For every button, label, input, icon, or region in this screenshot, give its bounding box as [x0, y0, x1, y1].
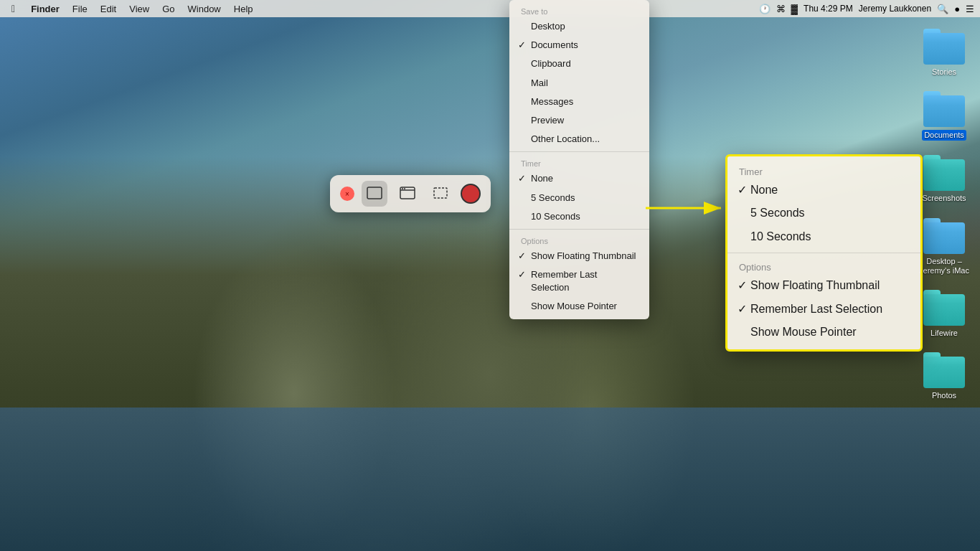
toolbar-close-button[interactable]: × [340, 187, 354, 201]
menu-item-preview[interactable]: Preview [509, 111, 649, 130]
wifi-icon[interactable]: ⌘ [776, 4, 786, 14]
menubar-left:  Finder File Edit View Go Window Help [6, 1, 259, 16]
show-mouse-pointer-label: Show Mouse Pointer [531, 301, 617, 311]
desktop-icon-screenshots[interactable]: Screenshots [915, 155, 973, 203]
desktop-icon-stories[interactable]: Stories [915, 29, 973, 77]
zoom-show-mouse-pointer-label: Show Mouse Pointer [750, 326, 857, 338]
toolbar-selection-button[interactable] [428, 181, 453, 207]
desktop-icon-desktop[interactable]: Desktop – Jeremy's iMac [915, 218, 973, 276]
notification-icon[interactable]: ☰ [966, 4, 974, 14]
desktop-icon-photos[interactable]: Photos [915, 352, 973, 400]
zoom-item-none[interactable]: None [727, 179, 920, 202]
selection-icon [433, 187, 448, 202]
zoom-none-label: None [750, 184, 778, 196]
zoom-10seconds-label: 10 Seconds [750, 230, 811, 242]
toolbar-record-button[interactable] [461, 184, 481, 204]
search-icon[interactable]: 🔍 [937, 4, 948, 14]
zoom-item-remember-selection[interactable]: Remember Last Selection [727, 298, 920, 321]
desktop-icon-lifewire[interactable]: Lifewire [915, 290, 973, 338]
zoom-item-10seconds[interactable]: 10 Seconds [727, 225, 920, 248]
folder-body-lifewire [923, 294, 965, 326]
zoom-divider [727, 253, 920, 253]
zoom-timer-header: Timer [727, 162, 920, 179]
folder-body-photos [923, 357, 965, 388]
svg-rect-0 [367, 187, 382, 199]
folder-icon-desktop [923, 218, 965, 254]
water-background [0, 408, 980, 551]
folder-icon-stories [923, 29, 965, 65]
toolbar-fullscreen-button[interactable] [362, 181, 387, 207]
menubar-datetime: Thu 4:29 PM [804, 4, 853, 14]
messages-label: Messages [531, 96, 573, 107]
menu-item-documents[interactable]: Documents [509, 36, 649, 55]
menu-item-floating-thumbnail[interactable]: Show Floating Thumbnail [509, 247, 649, 265]
screenshot-toolbar: × [330, 175, 491, 212]
icon-label-desktop: Desktop – Jeremy's iMac [915, 257, 973, 276]
10seconds-label: 10 Seconds [531, 211, 580, 222]
folder-body-documents [923, 95, 965, 127]
menubar-edit[interactable]: Edit [95, 2, 122, 16]
desktop-icon-documents[interactable]: Documents [915, 91, 973, 141]
clock-icon: 🕐 [759, 4, 771, 14]
zoom-options-header: Options [727, 258, 920, 274]
documents-label: Documents [531, 39, 578, 50]
folder-icon-documents [923, 91, 965, 127]
menu-item-show-mouse-pointer[interactable]: Show Mouse Pointer [509, 297, 649, 316]
menu-item-messages[interactable]: Messages [509, 93, 649, 111]
close-icon: × [345, 190, 349, 198]
folder-icon-photos [923, 352, 965, 388]
folder-icon-screenshots [923, 155, 965, 191]
window-icon [400, 187, 415, 202]
icon-label-screenshots: Screenshots [922, 194, 966, 203]
fullscreen-icon [367, 187, 382, 202]
menu-item-5seconds[interactable]: 5 Seconds [509, 189, 649, 207]
divider-1 [509, 151, 649, 152]
zoom-5seconds-label: 5 Seconds [750, 207, 805, 219]
other-location-label: Other Location... [531, 133, 600, 144]
folder-body-screenshots [923, 159, 965, 191]
folder-body [923, 33, 965, 65]
preview-label: Preview [531, 115, 564, 126]
desktop-label: Desktop [531, 21, 565, 32]
menubar-help[interactable]: Help [228, 2, 259, 16]
zoom-item-5seconds[interactable]: 5 Seconds [727, 202, 920, 225]
remember-selection-label: Remember Last Selection [531, 269, 597, 293]
timer-header: Timer [509, 155, 649, 169]
mail-label: Mail [531, 77, 548, 88]
menu-item-other-location[interactable]: Other Location... [509, 130, 649, 149]
zoom-item-floating-thumbnail[interactable]: Show Floating Thumbnail [727, 274, 920, 297]
menu-item-mail[interactable]: Mail [509, 74, 649, 93]
divider-2 [509, 229, 649, 230]
svg-point-4 [404, 188, 405, 189]
none-label: None [531, 173, 553, 184]
icon-label-photos: Photos [932, 391, 956, 400]
svg-point-3 [402, 188, 403, 189]
5seconds-label: 5 Seconds [531, 192, 575, 203]
main-dropdown: Save to Desktop Documents Clipboard Mail… [509, 0, 649, 319]
icon-label-lifewire: Lifewire [930, 329, 958, 338]
menu-item-none[interactable]: None [509, 169, 649, 188]
menubar-view[interactable]: View [123, 2, 155, 16]
menu-item-desktop[interactable]: Desktop [509, 17, 649, 36]
menu-item-remember-selection[interactable]: Remember Last Selection [509, 265, 649, 297]
toolbar-window-button[interactable] [395, 181, 420, 207]
clipboard-label: Clipboard [531, 58, 571, 69]
battery-icon: ▓ [791, 4, 798, 14]
zoom-item-show-mouse-pointer[interactable]: Show Mouse Pointer [727, 321, 920, 344]
zoom-remember-selection-label: Remember Last Selection [750, 303, 882, 315]
save-to-header: Save to [509, 3, 649, 17]
siri-icon[interactable]: ● [954, 4, 960, 14]
folder-body-desktop [923, 222, 965, 254]
folder-icon-lifewire [923, 290, 965, 326]
apple-menu[interactable]:  [6, 1, 21, 16]
menubar-finder[interactable]: Finder [25, 2, 65, 16]
menu-item-10seconds[interactable]: 10 Seconds [509, 207, 649, 226]
menubar-go[interactable]: Go [156, 2, 180, 16]
menubar-user: Jeremy Laukkonen [859, 4, 931, 14]
zoom-callout: Timer None 5 Seconds 10 Seconds Options … [725, 154, 923, 352]
menubar-window[interactable]: Window [182, 2, 227, 16]
svg-rect-5 [434, 188, 447, 198]
menu-item-clipboard[interactable]: Clipboard [509, 55, 649, 73]
options-header: Options [509, 232, 649, 247]
menubar-file[interactable]: File [67, 2, 93, 16]
